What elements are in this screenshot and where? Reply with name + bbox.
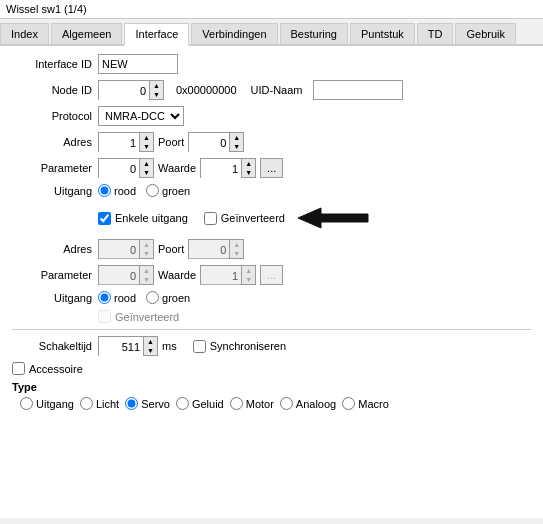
- type-radio-row: UitgangLichtServoGeluidMotorAnaloogMacro: [12, 397, 531, 410]
- uitgang1-rood-radio[interactable]: [98, 184, 111, 197]
- parameter2-spinner: ▲▼: [98, 265, 154, 285]
- enkele-uitgang-checkbox[interactable]: [98, 212, 111, 225]
- form-row: ProtocolNMRA-DCCLocoNetMärklinOpenDCC: [12, 106, 531, 126]
- node-hex-label: 0x00000000: [176, 84, 237, 96]
- tab-verbindingen[interactable]: Verbindingen: [191, 23, 277, 44]
- title-bar: Wissel sw1 (1/4): [0, 0, 543, 19]
- title-text: Wissel sw1 (1/4): [6, 3, 87, 15]
- form-row: Interface ID: [12, 54, 531, 74]
- protocol-select[interactable]: NMRA-DCCLocoNetMärklinOpenDCC: [98, 106, 184, 126]
- form-row: Uitgangroodgroen: [12, 291, 531, 304]
- poort2-spinner: ▲▼: [188, 239, 244, 259]
- type-radio-motor[interactable]: [230, 397, 243, 410]
- form-row: Schakeltijd▲▼msSynchroniseren: [12, 336, 531, 356]
- tab-index[interactable]: Index: [0, 23, 49, 44]
- node-id-spinner: ▲▼: [98, 80, 164, 100]
- type-radio-geluid[interactable]: [176, 397, 189, 410]
- type-radio-macro[interactable]: [342, 397, 355, 410]
- form-row: Parameter▲▼Waarde▲▼...: [12, 265, 531, 285]
- form-row: Uitgangroodgroen: [12, 184, 531, 197]
- parameter1-spinner: ▲▼: [98, 158, 154, 178]
- schakeltijd-spinner: ▲▼: [98, 336, 158, 356]
- tab-interface[interactable]: Interface: [124, 23, 189, 46]
- svg-marker-0: [298, 208, 368, 228]
- node-id-row: Node ID▲▼0x00000000UID-Naam: [12, 80, 531, 100]
- tab-bar: IndexAlgemeenInterfaceVerbindingenBestur…: [0, 19, 543, 46]
- form-row: Parameter▲▼Waarde▲▼...: [12, 158, 531, 178]
- uitgang2-rood-radio[interactable]: [98, 291, 111, 304]
- geinverteerd1-checkbox[interactable]: [204, 212, 217, 225]
- tab-algemeen[interactable]: Algemeen: [51, 23, 123, 44]
- geinverteerd2-checkbox[interactable]: [98, 310, 111, 323]
- interface-id-input[interactable]: [98, 54, 178, 74]
- uid-naam-input[interactable]: [313, 80, 403, 100]
- dotdot-btn-1[interactable]: ...: [260, 158, 283, 178]
- type-section-label: Type: [12, 381, 531, 393]
- content-area: Interface IDNode ID▲▼0x00000000UID-NaamP…: [0, 46, 543, 518]
- tab-puntstuk[interactable]: Puntstuk: [350, 23, 415, 44]
- waarde1-spinner: ▲▼: [200, 158, 256, 178]
- form-row: Adres▲▼Poort▲▼: [12, 239, 531, 259]
- accessoire-checkbox[interactable]: [12, 362, 25, 375]
- tab-besturing[interactable]: Besturing: [280, 23, 348, 44]
- form-row: Enkele uitgangGeïnverteerd: [12, 203, 531, 233]
- type-radio-uitgang[interactable]: [20, 397, 33, 410]
- adres2-spinner: ▲▼: [98, 239, 154, 259]
- synchroniseren-checkbox[interactable]: [193, 340, 206, 353]
- adres1-spinner: ▲▼: [98, 132, 154, 152]
- type-radio-servo[interactable]: [125, 397, 138, 410]
- tab-td[interactable]: TD: [417, 23, 454, 44]
- uitgang1-groen-radio[interactable]: [146, 184, 159, 197]
- dotdot-btn-2[interactable]: ...: [260, 265, 283, 285]
- poort1-spinner: ▲▼: [188, 132, 244, 152]
- uitgang2-groen-radio[interactable]: [146, 291, 159, 304]
- tab-gebruik[interactable]: Gebruik: [455, 23, 516, 44]
- form-row: Geïnverteerd: [12, 310, 531, 323]
- arrow-icon: [293, 203, 373, 233]
- type-radio-analoog[interactable]: [280, 397, 293, 410]
- type-radio-licht[interactable]: [80, 397, 93, 410]
- accessoire-row: Accessoire: [12, 362, 531, 375]
- waarde2-spinner: ▲▼: [200, 265, 256, 285]
- form-row: Adres▲▼Poort▲▼: [12, 132, 531, 152]
